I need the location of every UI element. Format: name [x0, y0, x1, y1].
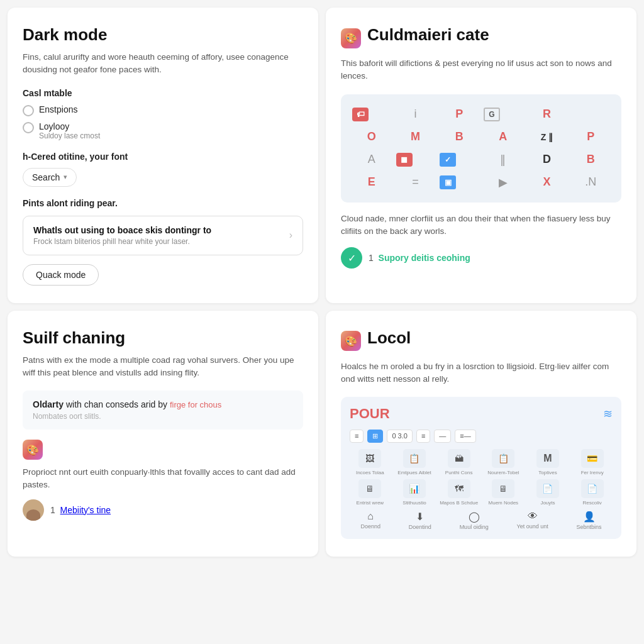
icon-item[interactable]: 🖥 Muem Nodes — [483, 479, 524, 506]
tb-btn-4[interactable]: ≡ — [416, 430, 430, 443]
locol-desc: Hoalcs he m oroled a bu fry in a losrcti… — [341, 360, 621, 386]
icon-label: Nourem-Tobel — [487, 470, 519, 475]
icon-item[interactable]: 🖥 Entrist wrew — [350, 479, 391, 506]
icon-box: M — [536, 449, 559, 468]
symbol-cell: G — [484, 108, 500, 121]
user-link[interactable]: Mebiity's tine — [60, 505, 111, 515]
culdmaieri-desc: This baforit will difictions & pest ever… — [341, 57, 621, 83]
user-count-number: 1 — [50, 505, 55, 515]
check-circle-icon: ✓ — [341, 247, 362, 269]
footer-item-download[interactable]: ⬇ Doentind — [409, 511, 431, 530]
icon-item[interactable]: 📄 Jouyts — [528, 479, 569, 506]
icon-box: 🖼 — [358, 449, 381, 468]
cloud-desc: Cloud nade, mner clorfiit us an dou thei… — [341, 213, 621, 239]
icon-item[interactable]: M Toptives — [528, 449, 569, 475]
symbol-cell: ✓ — [440, 153, 456, 167]
card4-header: 🎨 Locol — [341, 328, 621, 354]
icon-label: Stithuustio — [402, 500, 426, 506]
suilf-title: Suilf chaning — [23, 328, 303, 348]
support-link[interactable]: Supory deitis ceohing — [379, 253, 470, 263]
footer-item-circle[interactable]: ◯ Muul oiding — [460, 511, 489, 530]
footer-item-eye[interactable]: 👁 Yet ound unt — [516, 511, 548, 530]
tb-btn-2[interactable]: ⊞ — [367, 430, 383, 443]
symbol-cell: X — [528, 174, 567, 191]
card2-header: 🎨 Culdmaieri cate — [341, 25, 621, 51]
icon-item[interactable]: 📄 Rescoliv — [572, 479, 613, 506]
icon-label: Toptives — [538, 470, 557, 475]
icon-label: Jouyts — [540, 500, 555, 506]
icon-item[interactable]: 🗺 Mapos B Schdue — [438, 479, 479, 506]
tb-btn-1[interactable]: ≡ — [350, 430, 364, 443]
symbol-cell: ‖ — [484, 151, 523, 169]
symbol-cell: 🏷 — [352, 108, 369, 121]
highlight-link[interactable]: firge for chous — [170, 400, 221, 409]
symbol-cell: E — [352, 174, 391, 191]
radio-circle-2[interactable] — [23, 122, 34, 133]
symbol-cell: M — [396, 128, 435, 146]
user-row: 1 Mebiity's tine — [23, 499, 303, 521]
footer-item-home[interactable]: ⌂ Doennd — [360, 511, 380, 530]
radio-label-2: Loylooy — [39, 121, 100, 131]
icon-label: Mapos B Schdue — [440, 500, 478, 506]
toolbar-row: ≡ ⊞ 0 3.0 ≡ — ≡— — [350, 430, 613, 443]
support-text: 1 Supory deitis ceohing — [369, 253, 470, 263]
icon-label: Muem Nodes — [489, 500, 519, 506]
footer-label: Doentind — [409, 524, 431, 530]
icon-grid: 🖼 Incoes Tolaa 📋 Emtpues Aiblet 🏔 Punthi… — [350, 449, 613, 506]
search-dropdown[interactable]: Search ▾ — [23, 168, 77, 187]
feature-icon-4: 🎨 — [341, 331, 361, 351]
radio-circle-1[interactable] — [23, 105, 34, 116]
symbol-cell: A — [352, 151, 391, 169]
icon-item[interactable]: 💳 Fer Irenvy — [572, 449, 613, 475]
symbol-cell: = — [396, 174, 435, 191]
prop-desc: Proprioct nnt ourt euith conpuarly·lthls… — [23, 466, 303, 492]
icon-item[interactable]: 🖼 Incoes Tolaa — [350, 449, 391, 475]
icon-label: Punthi Cons — [445, 470, 473, 475]
symbol-cell: ▣ — [440, 175, 456, 189]
icon-label: Fer Irenvy — [581, 470, 604, 475]
avatar-body — [26, 509, 40, 521]
icon-item[interactable]: 📊 Stithuustio — [394, 479, 435, 506]
quack-mode-button[interactable]: Quack mode — [23, 264, 99, 286]
chevron-right-icon: › — [289, 230, 292, 241]
icon-box: 🏔 — [448, 449, 470, 468]
radio-item-1[interactable]: Enstpions — [23, 104, 303, 116]
culdmaieri-card: 🎨 Culdmaieri cate This baforit will difi… — [326, 8, 636, 303]
highlight-sub: Nombates oort slitls. — [33, 412, 293, 421]
dark-mode-desc: Fins, calul arurifty and wore heauth cee… — [23, 51, 303, 77]
app-icon-small: 🎨 — [23, 440, 43, 460]
symbol-cell: ◼ — [396, 153, 413, 167]
list-item-row[interactable]: Whatls out using to boace skis dontingr … — [23, 216, 303, 255]
footer-label: Muul oiding — [460, 524, 489, 530]
user-count: 1 Mebiity's tine — [50, 505, 111, 515]
icon-label: Emtpues Aiblet — [397, 470, 431, 475]
radio-group: Enstpions Loylooy Suldoy lase cmost — [23, 104, 303, 140]
locol-preview: POUR ≋ ≡ ⊞ 0 3.0 ≡ — ≡— 🖼 Incoes Tolaa 📋… — [341, 397, 621, 539]
radio-label-1: Enstpions — [39, 104, 77, 114]
locol-footer: ⌂ Doennd ⬇ Doentind ◯ Muul oiding 👁 Yet … — [350, 511, 613, 530]
locol-header: POUR ≋ — [350, 406, 613, 422]
icon-box: 🗺 — [448, 479, 470, 498]
tb-btn-6[interactable]: ≡— — [455, 430, 475, 443]
symbol-cell: R — [528, 106, 567, 123]
radio-item-2[interactable]: Loylooy Suldoy lase cmost — [23, 121, 303, 140]
list-item-sub: Frock lstam bliterios phill hear white y… — [33, 237, 211, 246]
icon-label: Incoes Tolaa — [356, 470, 384, 475]
icon-item[interactable]: 📋 Nourem-Tobel — [483, 449, 524, 475]
icon-item[interactable]: 🏔 Punthi Cons — [438, 449, 479, 475]
tb-btn-3[interactable]: 0 3.0 — [387, 430, 412, 443]
symbol-cell: i — [396, 106, 435, 123]
home-icon: ⌂ — [367, 511, 374, 522]
eye-icon: 👁 — [528, 511, 538, 522]
tb-btn-5[interactable]: — — [434, 430, 451, 443]
locol-title: Locol — [367, 328, 411, 348]
icon-item[interactable]: 📋 Emtpues Aiblet — [394, 449, 435, 475]
highlight-main: Oldarty with chan conseds arid by firge … — [33, 399, 293, 409]
circle-icon: ◯ — [469, 511, 480, 523]
icon-label: Entrist wrew — [357, 500, 384, 506]
footer-label: Yet ound unt — [516, 523, 548, 530]
symbol-cell: B — [571, 151, 610, 169]
footer-item-user[interactable]: 👤 Sebntbins — [577, 511, 602, 530]
suilf-card: Suilf chaning Patns with ex the mode a m… — [8, 311, 318, 557]
font-section: h-Cered otitine, your font Search ▾ — [23, 152, 303, 187]
